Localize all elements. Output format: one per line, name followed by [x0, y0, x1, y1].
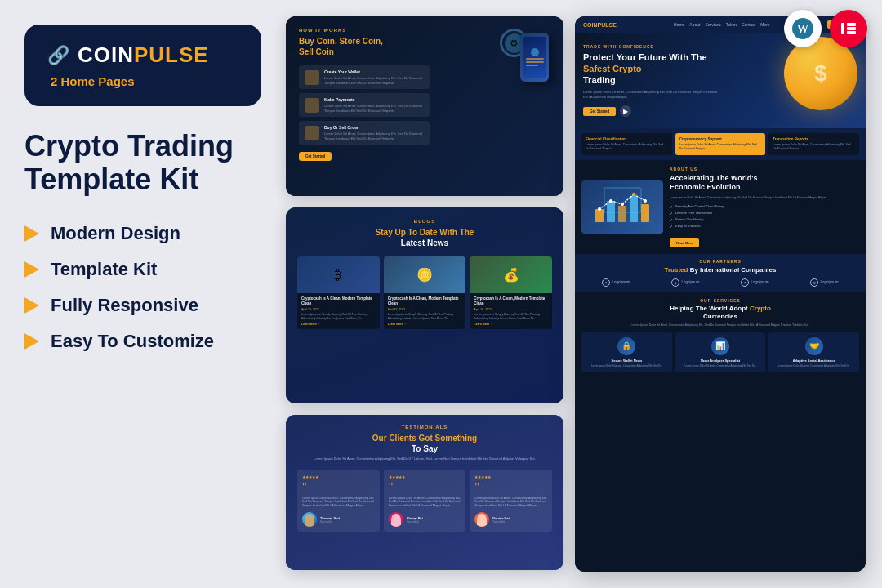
sc1-get-started-button[interactable]: Get Started	[299, 152, 332, 161]
hero-title-gold: Safest Crypto	[583, 64, 642, 74]
wordpress-badge: W	[784, 10, 822, 47]
preview-services: OUR SERVICES Helping The World Adopt Cry…	[575, 292, 866, 379]
partner-circle-4: ⊕	[810, 278, 818, 287]
sc2-card-title-3: Cryptocash Is A Clean, Modern Template C…	[474, 296, 548, 306]
sc3-stars-2: ★★★★★	[389, 474, 461, 479]
services-cards-row: 🔒 Secure Wallet News Lorem Ipsum Dolor S…	[581, 332, 859, 372]
sc3-role-3: Specialist	[492, 520, 509, 523]
partner-circle-2: ◈	[671, 278, 679, 287]
sc1-item-payments: Make Payments Lorem Dolor Sit Amet, Cons…	[299, 93, 430, 117]
preview-features-row: Financial Classification Lorem Ipsum Dol…	[575, 128, 866, 160]
feature-label-modern-design: Modern Design	[51, 223, 180, 244]
arrow-icon-fully-responsive	[24, 297, 39, 314]
sc1-item-desc-payments: Lorem Dolor Sit Amet, Consectetur Adipis…	[324, 104, 424, 113]
sc2-card-body-3: Cryptocash Is A Clean, Modern Template C…	[470, 293, 552, 329]
elementor-badge	[830, 10, 867, 47]
sc2-card-date-1: April 18, 2022	[301, 308, 376, 311]
partners-title: Trusted By International Companies	[581, 266, 859, 274]
feature-label-fully-responsive: Fully Responsive	[51, 295, 198, 316]
feature-item-modern-design: Modern Design	[24, 223, 253, 244]
feature-item-template-kit: Template Kit	[24, 259, 253, 280]
check-icon-2: ✓	[670, 211, 673, 216]
hero-subtitle: Lorem Ipsum Dolor Sit Amet, Consectetur …	[583, 90, 722, 99]
srv-text-wallet: Lorem Ipsum Dolor Sit Amet, Consectetur …	[586, 364, 668, 368]
sc2-card-text-2: Lorem Ipsum to Simply Dummy Text Of The …	[388, 313, 462, 321]
left-panel: 🔗 COINPULSE 2 Home Pages Crypto Trading …	[0, 0, 278, 588]
feat-card-financial: Financial Classification Lorem Ipsum Dol…	[581, 133, 672, 155]
sc3-text-2: Lorem Ipsum Dolor Sit Amet, Consectetur …	[389, 497, 461, 509]
sc2-card-text-3: Lorem Ipsum to Simply Dummy Text Of The …	[474, 313, 548, 321]
feat-card-crypto: Cryptocurrency Support Lorem Ipsum Dolor…	[675, 133, 766, 155]
elementor-icon	[838, 18, 859, 39]
sc1-item-title-wallet: Create Your Wallet	[324, 69, 424, 74]
check-icon-3: ✓	[670, 217, 673, 222]
hero-get-started-button[interactable]: Get Started	[583, 107, 616, 116]
svg-rect-5	[847, 31, 856, 34]
nav-link-about: About	[689, 22, 700, 27]
feat-title-crypto: Cryptocurrency Support	[679, 137, 762, 141]
sc3-testimonial-3: ★★★★★ " Lorem Ipsum Dolor Sit Amet, Cons…	[470, 470, 552, 532]
sc2-card-img-3: 💰	[470, 256, 552, 293]
sc1-items: Create Your Wallet Lorem Dolor Sit Amet,…	[299, 65, 430, 145]
about-text: Lorem Ipsum Dolor Sit Amet, Consectetur …	[670, 196, 859, 200]
sc1-item-desc-wallet: Lorem Dolor Sit Amet, Consectetur Adipis…	[324, 76, 424, 85]
about-img	[581, 180, 663, 234]
preview-about: ABOUT US Accelerating The World's Econom…	[575, 160, 866, 253]
nav-link-token: Token	[726, 22, 737, 27]
sc3-stars-3: ★★★★★	[474, 474, 547, 479]
sc1-tag: HOW IT WORKS	[299, 28, 430, 33]
about-title: Accelerating The World's Economic Evolut…	[670, 174, 859, 193]
badges-row: W	[784, 10, 867, 47]
nav-link-services: Services	[705, 22, 720, 27]
sc1-item-title-trade: Buy Or Sell Order	[324, 125, 424, 130]
sc3-testimonial-1: ★★★★★ " Lorem Ipsum Dolor Sit Amet, Cons…	[297, 470, 380, 532]
svg-rect-10	[607, 201, 615, 222]
hero-title: Protect Your Future With The Safest Cryp…	[583, 52, 730, 86]
sc2-blog-card-1: ₿ Cryptocash Is A Clean, Modern Template…	[297, 256, 380, 329]
sc3-text-1: Lorem Ipsum Dolor Sit Amet, Consectetur …	[302, 497, 375, 509]
hero-play-button[interactable]: ▶	[620, 105, 631, 117]
phone-screen	[523, 37, 546, 78]
svg-point-18	[644, 199, 647, 203]
big-preview-card: COINPULSE Home About Services Token Cont…	[575, 16, 866, 572]
srv-card-analyser: 📊 News Analyser Specialist Lorem Ipsum D…	[675, 332, 766, 372]
partner-circle-1: ✦	[602, 278, 610, 287]
sc2-card-text-1: Lorem Ipsum to Simply Dummy Text Of The …	[301, 313, 376, 321]
sc3-title: Our Clients Got Something To Say	[297, 433, 552, 454]
feat-title-transaction: Transaction Reports	[773, 137, 855, 141]
nav-link-contact: Contact	[742, 22, 755, 27]
sc3-role-1: Specialist	[320, 520, 340, 523]
about-read-more-button[interactable]: Read More	[670, 238, 699, 247]
svg-text:W: W	[797, 23, 808, 35]
sc2-tag: BLOGS	[297, 219, 552, 224]
sc2-card-link-2[interactable]: Learn More →	[388, 323, 462, 326]
services-text: Lorem Ipsum Dolor Sit Amet, Consectetur …	[581, 323, 859, 327]
sc2-card-link-3[interactable]: Learn More →	[474, 323, 548, 326]
sc2-title: Stay Up To Date With The Latest News	[297, 227, 552, 248]
svg-point-16	[621, 203, 624, 206]
srv-card-wallet: 🔒 Secure Wallet News Lorem Ipsum Dolor S…	[581, 332, 672, 372]
about-content: ABOUT US Accelerating The World's Econom…	[670, 167, 859, 247]
wallet-icon	[305, 70, 319, 85]
features-list: Modern Design Template Kit Fully Respons…	[24, 223, 253, 352]
sc3-subtitle: Lorem Ipsum Dolor Sit Amet, Consectetur …	[297, 457, 552, 461]
sc2-card-img-1: ₿	[297, 256, 380, 293]
svg-point-15	[609, 199, 612, 203]
srv-icon-analyser: 📊	[711, 337, 729, 355]
feat-text-crypto: Lorem Ipsum Dolor Sit Amet, Consectetur …	[679, 143, 762, 151]
srv-text-social: Lorem Ipsum Dolor Sit Amet, Consectetur …	[773, 364, 855, 368]
logo-text: COINPULSE	[78, 42, 209, 68]
screenshots-column-left: HOW IT WORKS Buy Coin, Store Coin,Sell C…	[286, 16, 564, 572]
about-tag: ABOUT US	[670, 167, 859, 172]
sc3-tag: TESTIMONIALS	[297, 425, 552, 430]
sc1-item-trade: Buy Or Sell Order Lorem Dolor Sit Amet, …	[299, 121, 430, 145]
arrow-icon-modern-design	[24, 225, 39, 242]
sc2-blog-card-2: 🪙 Cryptocash Is A Clean, Modern Template…	[384, 256, 466, 329]
sc2-card-title-1: Cryptocash Is A Clean, Modern Template C…	[301, 296, 376, 306]
payments-icon	[305, 98, 319, 113]
sc3-quote-3: "	[474, 482, 547, 493]
sc2-card-link-1[interactable]: Learn More →	[301, 323, 376, 326]
sc1-phone-graphic: ⚙	[500, 29, 557, 94]
feat-card-transaction: Transaction Reports Lorem Ipsum Dolor Si…	[768, 133, 859, 155]
partner-logo-2: ◈ Logoipsum	[671, 278, 699, 287]
